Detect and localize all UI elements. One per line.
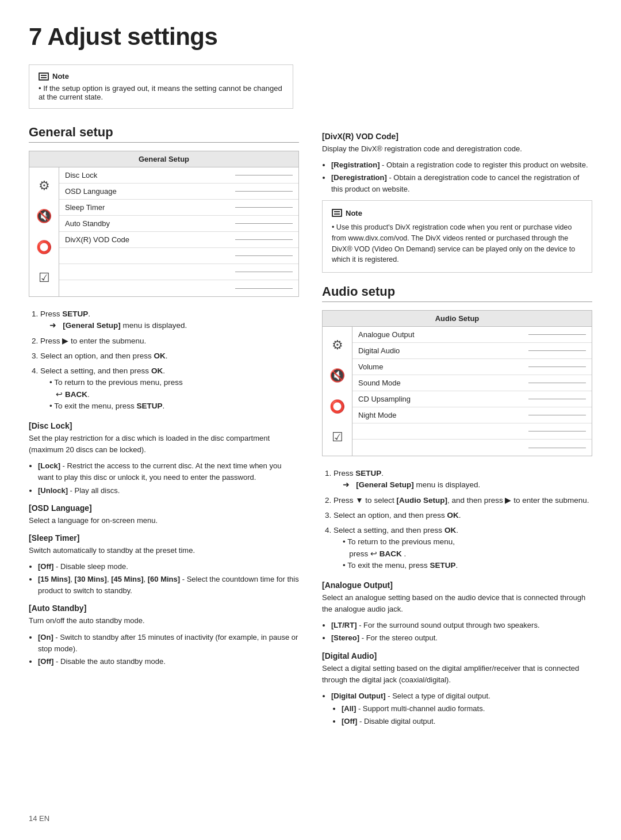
table-row [59, 248, 298, 264]
table-row: Volume [352, 359, 592, 375]
circle-icon: ⭕ [33, 236, 55, 258]
note-icon [39, 72, 49, 81]
audio-setup-instructions: Press SETUP. ➜ [General Setup] menu is d… [322, 468, 592, 571]
audio-setup-rows: Analogue Output Digital Audio Volume Sou… [352, 327, 592, 456]
table-row: Disc Lock [59, 167, 298, 184]
digital-audio-body: Select a digital setting based on the di… [322, 663, 592, 686]
list-item: [LT/RT] - For the surround sound output … [331, 620, 592, 631]
page-title: 7 Adjust settings [29, 23, 592, 51]
sleep-timer-body: Switch automatically to standby at the p… [29, 545, 299, 556]
setup-rows: Disc Lock OSD Language Sleep Timer Auto … [59, 167, 298, 296]
page-number: 14 EN [29, 814, 49, 823]
setup-icons-column: ⚙ 🔇 ⭕ ☑ [29, 167, 59, 296]
table-row [59, 280, 298, 296]
table-row: DivX(R) VOD Code [59, 232, 298, 248]
list-item: Press ▼ to select [Audio Setup], and the… [334, 495, 592, 506]
table-row: CD Upsampling [352, 391, 592, 407]
note-text: • If the setup option is grayed out, it … [39, 84, 282, 101]
sleep-timer-bullets: [Off] - Disable sleep mode. [15 Mins], [… [29, 561, 299, 597]
general-setup-title: General setup [29, 125, 299, 143]
table-row: Sleep Timer [59, 200, 298, 216]
analogue-output-label: [Analogue Output] [322, 581, 592, 590]
analogue-output-bullets: [LT/RT] - For the surround sound output … [322, 620, 592, 644]
audio-setup-title: Audio setup [322, 284, 592, 302]
osd-language-body: Select a language for on-screen menu. [29, 515, 299, 526]
sub-step: ➜ [General Setup] menu is displayed. [40, 320, 299, 331]
audio-setup-icons-column: ⚙ 🔇 ⭕ ☑ [323, 327, 352, 456]
digital-audio-label: [Digital Audio] [322, 651, 592, 660]
sub-step: • To exit the menu, press SETUP. [40, 400, 299, 412]
audio-setup-table: Audio Setup ⚙ 🔇 ⭕ ☑ Analogue Output Digi… [322, 310, 592, 456]
top-note-box: Note • If the setup option is grayed out… [29, 64, 293, 109]
divx-vod-bullets: [Registration] - Obtain a registration c… [322, 159, 592, 195]
divx-vod-body: Display the DivX® registration code and … [322, 143, 592, 155]
disc-lock-body: Set the play restriction for a disc whic… [29, 433, 299, 456]
table-row: OSD Language [59, 184, 298, 200]
note-label: Note [346, 208, 362, 219]
table-row: Sound Mode [352, 375, 592, 391]
general-setup-table: General Setup ⚙ 🔇 ⭕ ☑ Disc Lock OSD Lang… [29, 151, 299, 297]
list-item: Select an option, and then press OK. [40, 350, 299, 362]
disc-lock-label: [Disc Lock] [29, 421, 299, 430]
audio-setup-table-header: Audio Setup [323, 311, 592, 327]
table-row: Digital Audio [352, 343, 592, 359]
note-header: Note [39, 72, 283, 81]
list-item: Press ▶ to enter the submenu. [40, 335, 299, 347]
table-row [352, 423, 592, 440]
list-item: Select an option, and then press OK. [334, 510, 592, 521]
sub-step: • To return to the previous menu, press … [334, 536, 592, 560]
table-row: Analogue Output [352, 327, 592, 343]
table-row [59, 264, 298, 280]
check-icon: ☑ [33, 267, 55, 289]
list-item: [Registration] - Obtain a registration c… [331, 159, 592, 171]
table-row [352, 440, 592, 456]
list-item: [All] - Support multi-channel audio form… [342, 703, 592, 715]
sleep-timer-label: [Sleep Timer] [29, 533, 299, 543]
note-icon [332, 209, 342, 217]
divx-vod-label: [DivX(R) VOD Code] [322, 132, 592, 141]
list-item: [Lock] - Restrict the access to the curr… [38, 460, 299, 483]
note-header: Note [332, 208, 582, 219]
speaker-icon: 🔇 [33, 205, 55, 227]
list-item: [Off] - Disable the auto standby mode. [38, 656, 299, 667]
table-row: Auto Standby [59, 216, 298, 232]
list-item: [Unlock] - Play all discs. [38, 485, 299, 497]
right-note-box: Note • Use this product's DivX registrat… [322, 200, 592, 273]
disc-lock-bullets: [Lock] - Restrict the access to the curr… [29, 460, 299, 496]
list-item: [Off] - Disable digital output. [342, 716, 592, 727]
left-column: General setup General Setup ⚙ 🔇 ⭕ ☑ Disc… [29, 125, 299, 732]
gear-icon: ⚙ [327, 334, 348, 356]
circle-icon: ⭕ [327, 396, 348, 418]
general-setup-table-header: General Setup [29, 151, 298, 167]
list-item: Select a setting, and then press OK. • T… [40, 365, 299, 412]
list-item: Press SETUP. ➜ [General Setup] menu is d… [334, 468, 592, 491]
right-column: [DivX(R) VOD Code] Display the DivX® reg… [322, 125, 592, 732]
osd-language-label: [OSD Language] [29, 503, 299, 513]
analogue-output-body: Select an analogue setting based on the … [322, 592, 592, 615]
list-item: [On] - Switch to standby after 15 minute… [38, 632, 299, 655]
auto-standby-label: [Auto Standby] [29, 604, 299, 613]
auto-standby-body: Turn on/off the auto standby mode. [29, 615, 299, 627]
auto-standby-bullets: [On] - Switch to standby after 15 minute… [29, 632, 299, 667]
sub-step: ➜ [General Setup] menu is displayed. [334, 479, 592, 491]
note-label: Note [52, 72, 69, 81]
sub-step: • To return to the previous menu, press … [40, 377, 299, 400]
list-item: [Digital Output] - Select a type of digi… [331, 690, 592, 727]
list-item: [Off] - Disable sleep mode. [38, 561, 299, 572]
list-item: [Deregistration] - Obtain a deregistrati… [331, 172, 592, 195]
note-text: • Use this product's DivX registration c… [332, 223, 575, 264]
table-row: Night Mode [352, 407, 592, 423]
check-icon: ☑ [327, 426, 348, 448]
list-item: [Stereo] - For the stereo output. [331, 632, 592, 644]
gear-icon: ⚙ [33, 175, 55, 197]
sub-step: • To exit the menu, press SETUP. [334, 560, 592, 571]
list-item: [15 Mins], [30 Mins], [45 Mins], [60 Min… [38, 574, 299, 597]
list-item: Select a setting, and then press OK. • T… [334, 525, 592, 571]
list-item: Press SETUP. ➜ [General Setup] menu is d… [40, 308, 299, 332]
speaker-icon: 🔇 [327, 365, 348, 387]
digital-audio-bullets: [Digital Output] - Select a type of digi… [322, 690, 592, 727]
general-setup-instructions: Press SETUP. ➜ [General Setup] menu is d… [29, 308, 299, 412]
